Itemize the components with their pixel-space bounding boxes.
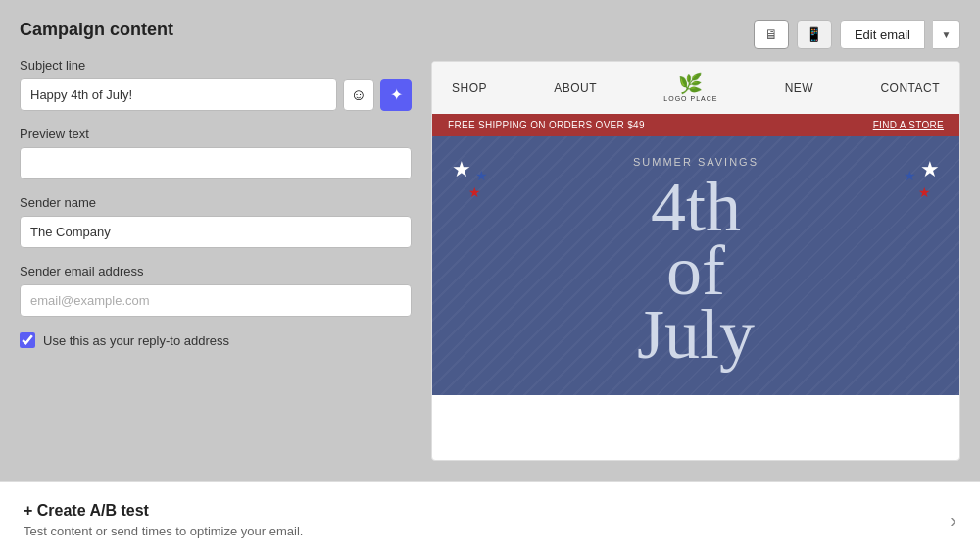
emoji-button[interactable]: ☺ [343, 79, 374, 111]
logo-placeholder: 🌿 LOGO PLACE [663, 74, 717, 102]
preview-text-label: Preview text [20, 127, 412, 141]
star-blue-right: ★ [904, 168, 916, 183]
nav-new: NEW [785, 81, 814, 95]
ab-test-chevron-icon[interactable]: › [950, 509, 956, 532]
stars-left: ★ ★ ★ [452, 156, 488, 201]
ab-test-info: + Create A/B test Test content or send t… [24, 502, 303, 538]
star-red-left: ★ [468, 184, 481, 200]
line3: July [462, 303, 930, 367]
email-nav: SHOP ABOUT 🌿 LOGO PLACE NEW CONTACT [432, 62, 959, 114]
sender-email-input[interactable] [20, 284, 412, 317]
sender-name-group: Sender name [20, 195, 412, 248]
edit-email-dropdown-button[interactable]: ▼ [933, 20, 960, 49]
leaf-logo-icon: 🌿 [678, 74, 704, 93]
email-preview: SHOP ABOUT 🌿 LOGO PLACE NEW CONTACT FREE… [431, 61, 960, 461]
line1: 4th [462, 176, 930, 239]
subject-line-group: Subject line ☺ ✦ [20, 58, 412, 111]
star-blue-left: ★ [475, 168, 488, 183]
subject-line-label: Subject line [20, 58, 412, 73]
logo-text: LOGO PLACE [663, 95, 717, 102]
july-4th-text: 4th of July [462, 176, 930, 366]
preview-text-input[interactable] [20, 147, 412, 179]
mobile-view-button[interactable]: 📱 [797, 20, 832, 49]
ab-test-title: + Create A/B test [24, 502, 303, 520]
desktop-icon: 🖥 [764, 26, 778, 42]
star-white-left: ★ [452, 157, 471, 182]
sender-name-input[interactable] [20, 216, 412, 248]
promo-bar: FREE SHIPPING ON ORDERS OVER $49 FIND A … [432, 114, 959, 136]
sender-email-label: Sender email address [20, 264, 412, 279]
subject-line-row: ☺ ✦ [20, 78, 412, 111]
panel-title: Campaign content [20, 20, 412, 40]
right-panel: 🖥 📱 Edit email ▼ SHOP ABOUT 🌿 LOGO P [431, 20, 960, 461]
sender-email-group: Sender email address [20, 264, 412, 317]
stars-right: ★ ★ ★ [904, 156, 940, 201]
edit-email-button[interactable]: Edit email [840, 20, 925, 49]
reply-to-row: Use this as your reply-to address [20, 332, 412, 348]
sparkle-button[interactable]: ✦ [380, 79, 412, 111]
mobile-icon: 📱 [806, 26, 822, 42]
nav-contact: CONTACT [880, 81, 940, 95]
nav-about: ABOUT [554, 81, 597, 95]
subject-line-input[interactable] [20, 78, 337, 111]
desktop-view-button[interactable]: 🖥 [754, 20, 789, 49]
sender-name-label: Sender name [20, 195, 412, 210]
promo-text: FREE SHIPPING ON ORDERS OVER $49 [448, 120, 645, 130]
star-white-right: ★ [920, 157, 940, 182]
preview-toolbar: 🖥 📱 Edit email ▼ [431, 20, 960, 49]
line2: of [462, 239, 930, 303]
ab-test-description: Test content or send times to optimize y… [24, 524, 303, 538]
ab-test-section[interactable]: + Create A/B test Test content or send t… [0, 481, 980, 559]
chevron-down-icon: ▼ [942, 29, 952, 40]
nav-shop: SHOP [452, 81, 487, 95]
hero-section: ★ ★ ★ ★ ★ ★ SUMMER SAVINGS [432, 136, 959, 395]
summer-savings-text: SUMMER SAVINGS [462, 156, 930, 168]
preview-text-group: Preview text [20, 127, 412, 179]
left-panel: Campaign content Subject line ☺ ✦ Previe… [20, 20, 412, 461]
find-store-link[interactable]: FIND A STORE [873, 120, 944, 130]
star-red-right: ★ [918, 184, 931, 200]
reply-to-checkbox[interactable] [20, 332, 35, 348]
reply-to-label: Use this as your reply-to address [43, 333, 229, 348]
